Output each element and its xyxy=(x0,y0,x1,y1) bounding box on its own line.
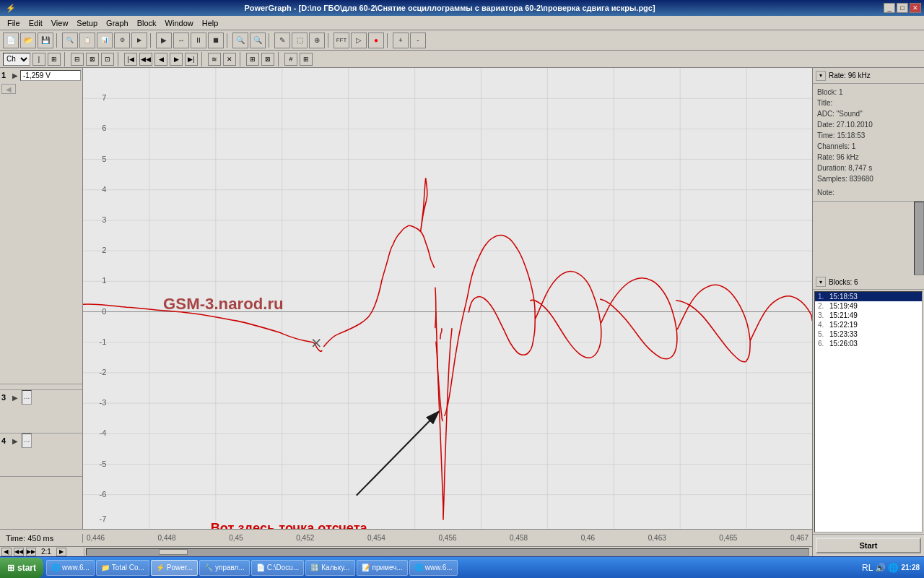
nav-fwd[interactable]: ▶ xyxy=(170,53,183,66)
ch4-header: 4 ▶ ... xyxy=(0,434,82,448)
taskbar-app-doc[interactable]: 📄 C:\Docu... xyxy=(251,560,304,576)
block-item-2[interactable]: 2. 15:19:49 xyxy=(815,301,922,311)
window-title: PowerGraph - [D:\по ГБО\для 60-2\Снятие … xyxy=(16,4,884,12)
x-label-1: 0,448 xyxy=(158,534,176,542)
rate-dropdown[interactable]: ▾ xyxy=(816,71,826,81)
hscroll-thumb[interactable] xyxy=(159,549,188,555)
wave-btn2[interactable]: ✕ xyxy=(223,53,236,66)
block-item-5[interactable]: 5. 15:23:33 xyxy=(815,329,922,339)
tsep1 xyxy=(64,52,67,66)
btn-plus[interactable]: + xyxy=(393,33,409,48)
grid-btn[interactable]: # xyxy=(284,53,297,66)
btn11[interactable]: ⏸ xyxy=(191,33,206,48)
block-item-3[interactable]: 3. 15:21:49 xyxy=(815,311,922,320)
block-item-1[interactable]: 1. 15:18:53 xyxy=(815,292,922,301)
taskbar-app-totalco[interactable]: 📁 Total Co... xyxy=(96,560,149,576)
scroll-prev-btn[interactable]: ◀| xyxy=(1,548,12,556)
ch1-arrow[interactable]: ▶ xyxy=(10,70,20,80)
menu-help[interactable]: Help xyxy=(198,17,223,29)
menu-window[interactable]: Window xyxy=(161,17,198,29)
taskbar-app-calc[interactable]: 🔢 Кальку... xyxy=(305,560,354,576)
svg-text:-6: -6 xyxy=(99,490,106,499)
blocks-list[interactable]: 1. 15:18:53 2. 15:19:49 3. 15:21:49 4. 1… xyxy=(814,291,923,532)
select-btn[interactable]: ⬚ xyxy=(292,33,308,48)
nav-prev[interactable]: ◀◀ xyxy=(139,53,152,66)
btn-minus[interactable]: - xyxy=(410,33,426,48)
rec-btn[interactable]: ● xyxy=(368,33,384,48)
channel-select[interactable]: Ch ▾ xyxy=(3,53,30,66)
new-btn[interactable]: 📄 xyxy=(3,33,19,48)
open-btn[interactable]: 📂 xyxy=(20,33,36,48)
save-btn[interactable]: 💾 xyxy=(38,33,53,48)
grid-btn2[interactable]: ⊞ xyxy=(300,53,313,66)
app-label-4: управл... xyxy=(215,564,245,571)
ch1-value: -1,259 V xyxy=(20,70,81,81)
scroll-back-btn[interactable]: ◀◀ xyxy=(14,548,24,556)
play-btn[interactable]: ▷ xyxy=(351,33,367,48)
scroll-fwd-btn[interactable]: ▶▶ xyxy=(26,548,36,556)
svg-text:-1: -1 xyxy=(99,337,106,346)
menu-file[interactable]: File xyxy=(3,17,25,29)
nav-start[interactable]: |◀ xyxy=(124,53,137,66)
btn4[interactable]: 🔍 xyxy=(62,33,78,48)
ch-btn3[interactable]: ⊟ xyxy=(71,53,84,66)
start-button[interactable]: Start xyxy=(816,538,921,553)
ch-btn2[interactable]: ⊞ xyxy=(48,53,61,66)
zoom-in-btn[interactable]: 🔍 xyxy=(232,33,248,48)
cursor-btn[interactable]: ⊕ xyxy=(309,33,325,48)
blocks-dropdown[interactable]: ▾ xyxy=(816,277,826,287)
marker-btn[interactable]: ✎ xyxy=(274,33,290,48)
maximize-btn[interactable]: □ xyxy=(897,3,908,13)
ch3-arrow[interactable]: ▶ xyxy=(10,392,20,402)
scroll-controls-left: ◀| ◀◀ ▶▶ 2:1 ▶ xyxy=(1,548,84,556)
menu-graph[interactable]: Graph xyxy=(102,17,133,29)
wave-btn4[interactable]: ⊠ xyxy=(261,53,274,66)
rp-vscroll-middle[interactable] xyxy=(914,202,924,275)
channel3-panel: 3 ▶ ... xyxy=(0,390,82,434)
app-icon-4: 🔧 xyxy=(204,564,213,571)
nav-end[interactable]: ▶| xyxy=(185,53,198,66)
wave-btn3[interactable]: ⊞ xyxy=(246,53,259,66)
ch1-expand-btn[interactable]: ◀ xyxy=(1,84,16,94)
ch-btn5[interactable]: ⊡ xyxy=(101,53,114,66)
menu-setup[interactable]: Setup xyxy=(72,17,102,29)
btn6[interactable]: 📊 xyxy=(97,33,113,48)
taskbar-app-power[interactable]: ⚡ Power... xyxy=(151,560,198,576)
ch3-number: 3 xyxy=(1,393,10,402)
minimize-btn[interactable]: _ xyxy=(884,3,895,13)
ch4-arrow[interactable]: ▶ xyxy=(10,436,20,446)
ch-btn1[interactable]: | xyxy=(32,53,45,66)
app-label-7: примеч... xyxy=(372,564,403,571)
zoom-out-btn[interactable]: 🔍 xyxy=(250,33,266,48)
taskbar-app-www2[interactable]: 🌐 www.6... xyxy=(409,560,458,576)
nav-back[interactable]: ◀ xyxy=(154,53,167,66)
app-icon-8: 🌐 xyxy=(414,564,423,571)
x-label-9: 0,465 xyxy=(719,534,737,542)
menu-view[interactable]: View xyxy=(47,17,73,29)
btn12[interactable]: ⏹ xyxy=(208,33,224,48)
taskbar-app-www1[interactable]: 🌐 www.6... xyxy=(46,560,95,576)
waveform-container[interactable]: 7 6 5 4 3 2 1 0 -1 -2 -3 -4 -5 -6 xyxy=(83,68,812,529)
block-item-6[interactable]: 6. 15:26:03 xyxy=(815,339,922,348)
taskbar-app-notes[interactable]: 📝 примеч... xyxy=(357,560,408,576)
menu-edit[interactable]: Edit xyxy=(25,17,47,29)
taskbar-app-control[interactable]: 🔧 управл... xyxy=(199,560,250,576)
ch-btn4[interactable]: ⊠ xyxy=(86,53,99,66)
btn10[interactable]: ↔ xyxy=(173,33,189,48)
btn7[interactable]: ⚙ xyxy=(114,33,130,48)
svg-text:2: 2 xyxy=(102,246,106,254)
btn9[interactable]: ▶ xyxy=(156,33,172,48)
channel1-panel: 1 ▶ -1,259 V ◀ xyxy=(0,68,82,384)
btn8[interactable]: ▶ xyxy=(131,33,147,48)
btn5[interactable]: 📋 xyxy=(79,33,95,48)
fft-btn[interactable]: FFT xyxy=(334,33,349,48)
scroll-end-btn[interactable]: ▶ xyxy=(56,548,66,556)
sep5 xyxy=(328,33,331,48)
close-btn[interactable]: ✕ xyxy=(910,3,921,13)
block-item-4[interactable]: 4. 15:22:19 xyxy=(815,320,922,329)
waveform-svg: 7 6 5 4 3 2 1 0 -1 -2 -3 -4 -5 -6 xyxy=(83,68,812,529)
start-menu-btn[interactable]: ⊞ start xyxy=(0,558,43,578)
hscroll-track[interactable] xyxy=(86,548,809,556)
wave-btn1[interactable]: ≋ xyxy=(208,53,221,66)
menu-block[interactable]: Block xyxy=(133,17,161,29)
